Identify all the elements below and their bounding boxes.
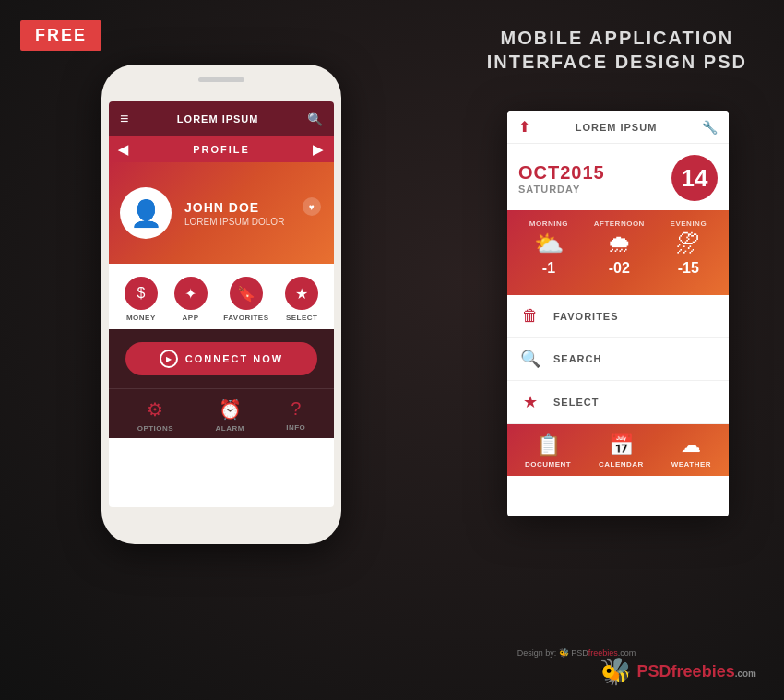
bottom-item-info[interactable]: ? INFO [286, 398, 305, 433]
weather-section: MORNING ⛅ -1 AFTERNOON 🌧 -02 EVENING ⛈ -… [507, 210, 729, 295]
brand-text: PSDfreebies.com [637, 662, 756, 681]
profile-info: JOHN DOE LOREM IPSUM DOLOR [184, 200, 284, 227]
menu-icons-row: $ MONEY ✦ APP 🔖 FAVORITES ★ SELECT [109, 264, 334, 329]
info-label: INFO [286, 423, 305, 432]
options-label: OPTIONS [137, 424, 174, 433]
favorites-list-label: FAVORITES [553, 311, 619, 322]
tab-calendar[interactable]: 📅 CALENDAR [599, 433, 644, 469]
calendar-icon: 📅 [609, 433, 634, 457]
tab-document[interactable]: 📋 DOCUMENT [525, 433, 571, 469]
weather-periods: MORNING ⛅ -1 AFTERNOON 🌧 -02 EVENING ⛈ -… [517, 219, 719, 277]
star-list-icon: ★ [520, 392, 540, 412]
hamburger-icon[interactable]: ≡ [120, 111, 128, 127]
date-section: OCT2015 SATURDAY 14 [507, 144, 729, 210]
weather-morning: MORNING ⛅ -1 [529, 219, 568, 277]
connect-label: CONNECT NOW [185, 353, 283, 364]
profile-subtitle: LOREM IPSUM DOLOR [184, 217, 284, 227]
menu-list: 🗑 FAVORITES 🔍 SEARCH ★ SELECT [507, 295, 729, 424]
document-icon: 📋 [536, 433, 561, 457]
select-list-label: SELECT [553, 397, 599, 408]
bottom-icons: ⚙ OPTIONS ⏰ ALARM ? INFO [109, 388, 334, 438]
phone-speaker [198, 77, 244, 82]
evening-weather-icon: ⛈ [676, 230, 700, 258]
afternoon-label: AFTERNOON [594, 219, 645, 228]
app-screen: ⬆ LOREM IPSUM 🔧 OCT2015 SATURDAY 14 MORN… [507, 111, 729, 516]
phone-title: LOREM IPSUM [177, 113, 259, 125]
search-icon[interactable]: 🔍 [307, 112, 323, 126]
bottom-item-options[interactable]: ⚙ OPTIONS [137, 398, 174, 433]
morning-label: MORNING [529, 219, 568, 228]
right-arrow-icon[interactable]: ▶ [313, 142, 325, 157]
document-tab-label: DOCUMENT [525, 460, 571, 469]
phone-mockup: ≡ LOREM IPSUM 🔍 ◀ PROFILE ▶ 👤 JOHN DOE L… [101, 65, 341, 544]
phone-topbar: ≡ LOREM IPSUM 🔍 [109, 101, 334, 136]
app-topbar: ⬆ LOREM IPSUM 🔧 [507, 111, 729, 144]
weather-tab-icon: ☁ [681, 433, 701, 457]
bottom-item-alarm[interactable]: ⏰ ALARM [216, 398, 244, 433]
connect-now-button[interactable]: ▶ CONNECT NOW [125, 342, 317, 375]
menu-item-favorites[interactable]: 🔖 FAVORITES [223, 277, 268, 322]
phone-screen: ≡ LOREM IPSUM 🔍 ◀ PROFILE ▶ 👤 JOHN DOE L… [109, 101, 334, 507]
month-year: OCT2015 [518, 162, 605, 184]
favorites-label: FAVORITES [223, 314, 268, 322]
share-icon[interactable]: ⬆ [518, 118, 530, 136]
app-label: APP [183, 314, 199, 322]
day-name: SATURDAY [518, 184, 605, 195]
list-item-select[interactable]: ★ SELECT [507, 381, 729, 424]
afternoon-temp: -02 [609, 260, 630, 277]
options-icon: ⚙ [147, 398, 163, 421]
info-icon: ? [291, 398, 301, 420]
left-arrow-icon[interactable]: ◀ [118, 142, 130, 157]
weather-evening: EVENING ⛈ -15 [671, 219, 707, 277]
free-badge: FREE [20, 20, 101, 51]
alarm-icon: ⏰ [219, 398, 242, 421]
calendar-tab-label: CALENDAR [599, 460, 644, 469]
profile-nav: ◀ PROFILE ▶ [109, 136, 334, 162]
app-title: LOREM IPSUM [576, 122, 658, 133]
avatar: 👤 [120, 187, 172, 239]
phone-outer: ≡ LOREM IPSUM 🔍 ◀ PROFILE ▶ 👤 JOHN DOE L… [101, 65, 341, 544]
weather-afternoon: AFTERNOON 🌧 -02 [594, 219, 645, 277]
list-item-search[interactable]: 🔍 SEARCH [507, 338, 729, 381]
search-list-icon: 🔍 [520, 349, 540, 369]
morning-temp: -1 [542, 260, 555, 277]
page-title: MOBILE APPLICATION INTERFACE DESIGN PSD [487, 26, 747, 74]
date-left: OCT2015 SATURDAY [518, 162, 605, 195]
money-label: MONEY [126, 314, 156, 322]
date-number: 14 [671, 155, 718, 201]
money-icon: $ [125, 277, 158, 310]
menu-item-app[interactable]: ✦ APP [174, 277, 208, 322]
app-icon: ✦ [174, 277, 208, 310]
weather-tab-label: WEATHER [671, 460, 711, 469]
trash-icon: 🗑 [520, 306, 540, 326]
wrench-icon[interactable]: 🔧 [702, 120, 718, 135]
select-icon: ★ [285, 277, 318, 310]
select-label: SELECT [286, 314, 318, 322]
user-icon: 👤 [130, 198, 162, 229]
alarm-label: ALARM [216, 424, 244, 433]
profile-name: JOHN DOE [184, 200, 284, 215]
favorites-icon: 🔖 [230, 277, 263, 310]
profile-section: 👤 JOHN DOE LOREM IPSUM DOLOR ♥ [109, 162, 334, 264]
tab-weather[interactable]: ☁ WEATHER [671, 433, 711, 469]
afternoon-weather-icon: 🌧 [607, 230, 631, 258]
evening-label: EVENING [671, 219, 707, 228]
list-item-favorites[interactable]: 🗑 FAVORITES [507, 295, 729, 338]
search-list-label: SEARCH [553, 353, 601, 364]
app-tabbar: 📋 DOCUMENT 📅 CALENDAR ☁ WEATHER [507, 424, 729, 476]
menu-item-select[interactable]: ★ SELECT [285, 277, 318, 322]
morning-weather-icon: ⛅ [534, 230, 564, 258]
play-icon: ▶ [160, 350, 178, 368]
heart-badge: ♥ [303, 197, 321, 216]
profile-nav-label: PROFILE [193, 144, 250, 155]
evening-temp: -15 [678, 260, 699, 277]
menu-item-money[interactable]: $ MONEY [125, 277, 158, 322]
connect-section: ▶ CONNECT NOW [109, 329, 334, 388]
footer-brand: 🐝 PSDfreebies.com [600, 657, 756, 687]
